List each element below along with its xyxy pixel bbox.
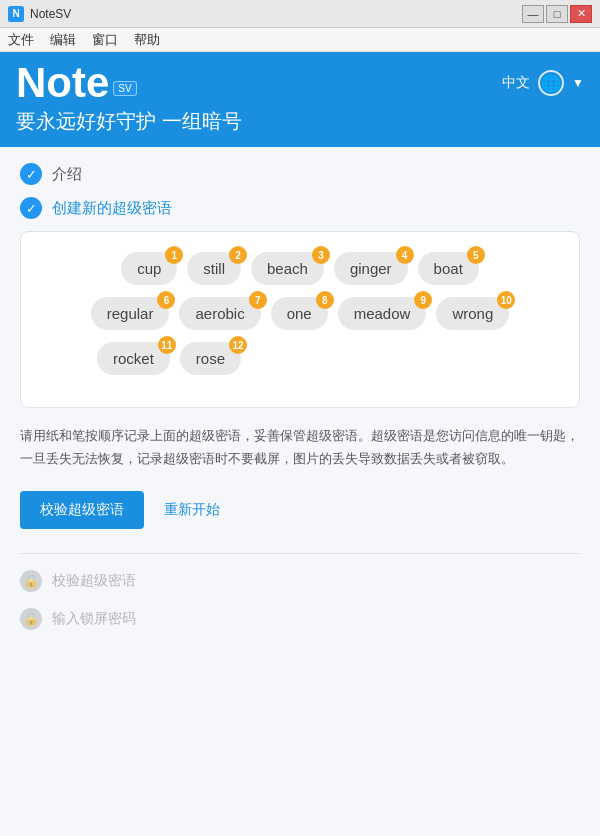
- title-bar-controls[interactable]: — □ ✕: [522, 5, 592, 23]
- word-chip-beach: beach 3: [251, 252, 324, 285]
- header-right: 中文 🌐 ▼: [502, 70, 584, 96]
- step-2-icon: ✓: [20, 197, 42, 219]
- app-icon: N: [8, 6, 24, 22]
- step-1-icon: ✓: [20, 163, 42, 185]
- bottom-step-4: 🔒 输入锁屏密码: [20, 608, 580, 630]
- app-logo: Note SV: [16, 62, 137, 104]
- word-badge-12: 12: [229, 336, 247, 354]
- bottom-step-3: 🔒 校验超级密语: [20, 570, 580, 592]
- menu-window[interactable]: 窗口: [92, 31, 118, 49]
- word-chip-cup: cup 1: [121, 252, 177, 285]
- word-badge-1: 1: [165, 246, 183, 264]
- header-subtitle: 要永远好好守护 一组暗号: [16, 108, 584, 135]
- title-bar-left: N NoteSV: [8, 6, 71, 22]
- word-chip-one: one 8: [271, 297, 328, 330]
- main-content: ✓ 介绍 ✓ 创建新的超级密语 cup 1 still 2 beach 3 gi…: [0, 147, 600, 836]
- step-1-label: 介绍: [52, 165, 82, 184]
- word-badge-5: 5: [467, 246, 485, 264]
- app-header: Note SV 中文 🌐 ▼ 要永远好好守护 一组暗号: [0, 52, 600, 147]
- word-badge-9: 9: [414, 291, 432, 309]
- word-badge-11: 11: [158, 336, 176, 354]
- step-1: ✓ 介绍: [20, 163, 580, 185]
- close-button[interactable]: ✕: [570, 5, 592, 23]
- restart-button[interactable]: 重新开始: [164, 501, 220, 519]
- verify-button[interactable]: 校验超级密语: [20, 491, 144, 529]
- globe-icon[interactable]: 🌐: [538, 70, 564, 96]
- dropdown-arrow[interactable]: ▼: [572, 76, 584, 90]
- menu-edit[interactable]: 编辑: [50, 31, 76, 49]
- word-chip-meadow: meadow 9: [338, 297, 427, 330]
- button-row: 校验超级密语 重新开始: [20, 491, 580, 529]
- word-chip-still: still 2: [187, 252, 241, 285]
- word-chip-rose: rose 12: [180, 342, 241, 375]
- word-chip-regular: regular 6: [91, 297, 170, 330]
- maximize-button[interactable]: □: [546, 5, 568, 23]
- sv-badge: SV: [113, 81, 136, 96]
- lang-label[interactable]: 中文: [502, 74, 530, 92]
- divider: [20, 553, 580, 554]
- menu-file[interactable]: 文件: [8, 31, 34, 49]
- word-chip-rocket: rocket 11: [97, 342, 170, 375]
- word-badge-2: 2: [229, 246, 247, 264]
- word-chip-aerobic: aerobic 7: [179, 297, 260, 330]
- title-bar: N NoteSV — □ ✕: [0, 0, 600, 28]
- word-row-3: rocket 11 rose 12: [37, 342, 563, 375]
- word-row-2: regular 6 aerobic 7 one 8 meadow 9 wrong…: [37, 297, 563, 330]
- step-2-label: 创建新的超级密语: [52, 199, 172, 218]
- word-badge-6: 6: [157, 291, 175, 309]
- word-chip-boat: boat 5: [418, 252, 479, 285]
- step-2: ✓ 创建新的超级密语: [20, 197, 580, 219]
- menu-bar: 文件 编辑 窗口 帮助: [0, 28, 600, 52]
- word-row-1: cup 1 still 2 beach 3 ginger 4 boat 5: [37, 252, 563, 285]
- bottom-step-3-label: 校验超级密语: [52, 572, 136, 590]
- word-badge-4: 4: [396, 246, 414, 264]
- minimize-button[interactable]: —: [522, 5, 544, 23]
- word-badge-10: 10: [497, 291, 515, 309]
- word-chip-wrong: wrong 10: [436, 297, 509, 330]
- word-cloud-box: cup 1 still 2 beach 3 ginger 4 boat 5: [20, 231, 580, 408]
- word-badge-8: 8: [316, 291, 334, 309]
- word-badge-7: 7: [249, 291, 267, 309]
- bottom-step-4-icon: 🔒: [20, 608, 42, 630]
- word-chip-ginger: ginger 4: [334, 252, 408, 285]
- menu-help[interactable]: 帮助: [134, 31, 160, 49]
- description-text: 请用纸和笔按顺序记录上面的超级密语，妥善保管超级密语。超级密语是您访问信息的唯一…: [20, 424, 580, 471]
- logo-text: Note: [16, 62, 109, 104]
- header-top: Note SV 中文 🌐 ▼: [16, 62, 584, 104]
- bottom-step-4-label: 输入锁屏密码: [52, 610, 136, 628]
- word-badge-3: 3: [312, 246, 330, 264]
- bottom-step-3-icon: 🔒: [20, 570, 42, 592]
- title-text: NoteSV: [30, 7, 71, 21]
